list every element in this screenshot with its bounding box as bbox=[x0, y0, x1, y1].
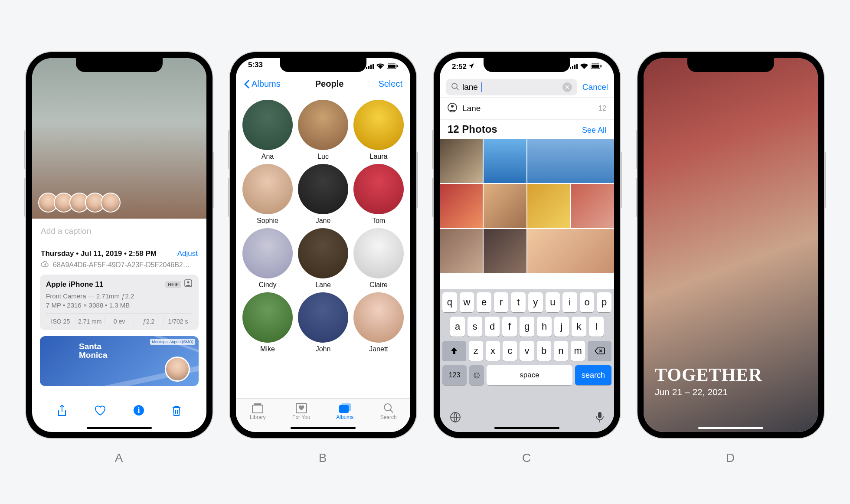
result-photo[interactable] bbox=[484, 184, 526, 228]
exif-aperture: ƒ2.2 bbox=[134, 317, 163, 326]
key-k[interactable]: k bbox=[572, 317, 586, 337]
face-avatar[interactable] bbox=[101, 193, 121, 213]
exif-shutter: 1/702 s bbox=[163, 317, 193, 326]
person-cell[interactable]: Tom bbox=[353, 164, 404, 225]
result-photo[interactable] bbox=[571, 184, 614, 228]
key-p[interactable]: p bbox=[597, 292, 611, 312]
result-photo[interactable] bbox=[440, 184, 483, 228]
exif-ev: 0 ev bbox=[105, 317, 134, 326]
share-button[interactable] bbox=[56, 404, 68, 417]
person-cell[interactable]: Cindy bbox=[242, 228, 293, 289]
key-w[interactable]: w bbox=[460, 292, 474, 312]
suggestion-label: Lane bbox=[462, 104, 481, 113]
results-grid[interactable] bbox=[440, 139, 614, 277]
phone-c: 2:52 lane ✕ Cancel Lane 12 12 Photos bbox=[434, 52, 620, 438]
albums-icon bbox=[323, 402, 367, 414]
key-b[interactable]: b bbox=[537, 341, 551, 361]
select-button[interactable]: Select bbox=[378, 79, 402, 89]
clear-button[interactable]: ✕ bbox=[562, 82, 572, 92]
key-r[interactable]: r bbox=[494, 292, 509, 312]
globe-icon[interactable] bbox=[449, 411, 461, 425]
key-u[interactable]: u bbox=[546, 292, 560, 312]
adjust-button[interactable]: Adjust bbox=[177, 249, 198, 258]
battery-icon bbox=[387, 63, 398, 70]
person-cell[interactable]: Ana bbox=[242, 100, 293, 160]
person-avatar bbox=[298, 164, 348, 214]
key-i[interactable]: i bbox=[562, 292, 577, 312]
search-suggestion-row[interactable]: Lane 12 bbox=[440, 97, 614, 120]
result-photo[interactable] bbox=[484, 139, 526, 183]
key-n[interactable]: n bbox=[554, 341, 568, 361]
device-name: Apple iPhone 11 bbox=[46, 280, 103, 289]
person-cell[interactable]: Claire bbox=[353, 228, 404, 289]
key-s[interactable]: s bbox=[468, 317, 482, 337]
key-f[interactable]: f bbox=[502, 317, 517, 337]
search-key[interactable]: search bbox=[575, 365, 611, 385]
see-all-button[interactable]: See All bbox=[582, 126, 606, 135]
key-t[interactable]: t bbox=[511, 292, 526, 312]
person-avatar bbox=[353, 228, 404, 278]
dictation-icon[interactable] bbox=[595, 411, 605, 425]
location-map[interactable]: SantaMonica Municipal Airport (SMO) bbox=[40, 336, 199, 386]
key-h[interactable]: h bbox=[537, 317, 552, 337]
person-cell[interactable]: Lane bbox=[298, 228, 349, 289]
back-button[interactable]: Albums bbox=[244, 79, 281, 89]
key-c[interactable]: c bbox=[503, 341, 517, 361]
result-photo[interactable] bbox=[527, 184, 570, 228]
numbers-key[interactable]: 123 bbox=[442, 365, 467, 385]
favorite-button[interactable] bbox=[94, 404, 107, 417]
person-avatar bbox=[353, 292, 404, 343]
key-o[interactable]: o bbox=[580, 292, 595, 312]
exif-focal: 2.71 mm bbox=[75, 317, 105, 326]
key-q[interactable]: q bbox=[442, 292, 457, 312]
person-cell[interactable]: Luc bbox=[298, 100, 349, 160]
info-button-active[interactable]: i bbox=[133, 404, 145, 417]
shift-key[interactable] bbox=[442, 341, 466, 361]
person-cell[interactable]: John bbox=[298, 292, 349, 353]
person-cell[interactable]: Laura bbox=[353, 100, 404, 160]
person-cell[interactable]: Mike bbox=[242, 292, 293, 353]
people-grid[interactable]: AnaLucLauraSophieJaneTomCindyLaneClaireM… bbox=[236, 97, 410, 398]
backspace-key[interactable] bbox=[588, 341, 611, 361]
map-thumbnail[interactable] bbox=[165, 357, 190, 382]
result-photo[interactable] bbox=[484, 229, 526, 273]
battery-icon bbox=[591, 63, 602, 70]
search-field[interactable]: lane ✕ bbox=[446, 79, 577, 95]
tab-search[interactable]: Search bbox=[367, 402, 411, 420]
home-indicator bbox=[494, 427, 559, 429]
person-cell[interactable]: Janett bbox=[353, 292, 404, 353]
result-photo[interactable] bbox=[527, 229, 614, 273]
svg-rect-6 bbox=[370, 65, 372, 69]
person-avatar bbox=[298, 228, 348, 278]
person-cell[interactable]: Sophie bbox=[242, 164, 293, 225]
person-cell[interactable]: Jane bbox=[298, 164, 349, 225]
space-key[interactable]: space bbox=[487, 365, 572, 385]
key-z[interactable]: z bbox=[469, 341, 483, 361]
result-photo[interactable] bbox=[527, 139, 614, 183]
key-y[interactable]: y bbox=[528, 292, 543, 312]
delete-button[interactable] bbox=[171, 404, 182, 417]
key-j[interactable]: j bbox=[554, 317, 569, 337]
key-g[interactable]: g bbox=[520, 317, 534, 337]
cloud-icon bbox=[41, 261, 49, 269]
key-d[interactable]: d bbox=[485, 317, 500, 337]
key-v[interactable]: v bbox=[520, 341, 534, 361]
caption-input[interactable]: Add a caption bbox=[32, 219, 206, 244]
photo-detail-hero[interactable] bbox=[32, 58, 206, 219]
detected-faces-strip[interactable] bbox=[38, 193, 116, 213]
key-e[interactable]: e bbox=[477, 292, 491, 312]
key-l[interactable]: l bbox=[589, 317, 604, 337]
tab-library[interactable]: Library bbox=[236, 402, 280, 420]
key-m[interactable]: m bbox=[571, 341, 585, 361]
key-x[interactable]: x bbox=[486, 341, 500, 361]
result-photo[interactable] bbox=[440, 229, 483, 273]
result-photo[interactable] bbox=[440, 139, 483, 183]
tab-albums[interactable]: Albums bbox=[323, 402, 367, 420]
person-name: Mike bbox=[242, 345, 293, 353]
memory-date-range: Jun 21 – 22, 2021 bbox=[655, 387, 762, 397]
tab-for-you[interactable]: For You bbox=[280, 402, 324, 420]
emoji-key[interactable]: ☺ bbox=[469, 365, 484, 385]
cancel-button[interactable]: Cancel bbox=[582, 82, 608, 92]
key-a[interactable]: a bbox=[450, 317, 465, 337]
search-query-text: lane bbox=[462, 82, 478, 92]
